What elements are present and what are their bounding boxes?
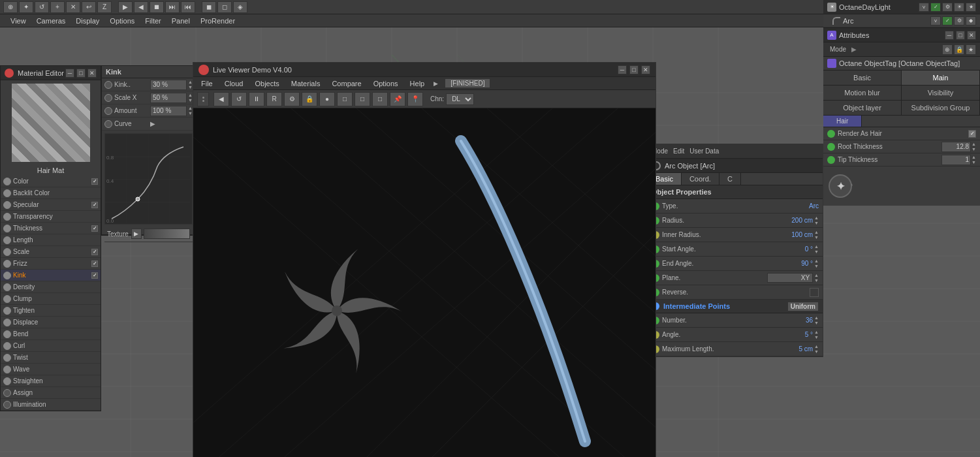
prop-illumination[interactable]: Illumination [1,399,101,411]
mode-btn-mode[interactable]: Mode [827,44,849,54]
prop-backlit[interactable]: Backlit Color [1,187,101,199]
toolbar-btn-10[interactable]: ⏹ [150,1,164,13]
lv-tool-refresh[interactable]: ↺ [231,92,247,106]
lv-close-btn[interactable]: ✕ [641,65,650,74]
prop-scale[interactable]: Scale ✓ [1,246,101,258]
prop-check-frizz[interactable]: ✓ [91,260,98,267]
attr-up-tip-thickness[interactable]: ▲ [972,155,976,160]
arc-up-radius[interactable]: ▲ [814,215,819,221]
prop-kink[interactable]: Kink ✓ [1,270,101,281]
toolbar-btn-2[interactable]: ✦ [19,1,33,13]
prop-bend[interactable]: Bend [1,328,101,340]
live-viewer-canvas[interactable] [193,108,656,457]
menu-view[interactable]: View [5,16,31,26]
prop-frizz[interactable]: Frizz ✓ [1,258,101,270]
arc-down-inner-radius[interactable]: ▼ [814,235,819,240]
prop-transparency[interactable]: Transparency [1,211,101,223]
arc-value-radius[interactable]: 200 cm ▲ ▼ [773,215,819,226]
toolbar-btn-9[interactable]: ◀ [134,1,148,13]
oct-btn-check[interactable]: ✓ [930,3,941,12]
attr-down-root-thickness[interactable]: ▼ [972,147,976,152]
kink-param-curve[interactable]: Curve ▶ [102,118,195,131]
arc-check-reverse[interactable] [810,288,819,297]
arc-tab-coord[interactable]: Coord. [682,173,719,185]
lv-tool-pause[interactable]: ⏸ [249,92,264,106]
lv-tool-lock[interactable]: 🔒 [302,92,317,106]
lv-menu-objects[interactable]: Objects [249,78,284,89]
menu-options[interactable]: Options [104,16,140,26]
maximize-btn[interactable]: □ [76,69,86,78]
lv-menu-materials[interactable]: Materials [286,78,326,89]
arc-value-reverse[interactable] [773,288,819,297]
lv-menu-cloud[interactable]: Cloud [219,78,249,89]
menu-filter[interactable]: Filter [140,16,166,26]
kink-down-scalex[interactable]: ▼ [188,98,193,103]
tab-object-layer[interactable]: Object layer [823,101,902,115]
kink-down-amount[interactable]: ▼ [188,111,193,116]
tab-basic[interactable]: Basic [823,71,902,85]
toolbar-btn-4[interactable]: + [50,1,65,13]
arc-down-radius[interactable]: ▼ [814,221,819,226]
toolbar-btn-13[interactable]: ◼ [202,1,216,13]
kink-down-kink[interactable]: ▼ [188,85,193,90]
toolbar-btn-3[interactable]: ↺ [35,1,49,13]
kink-param-kink[interactable]: Kink.. 30 % ▲ ▼ [102,78,195,91]
tab-visibility[interactable]: Visibility [902,86,980,100]
arc-value-end-angle[interactable]: 90 ° ▲ ▼ [773,259,819,269]
lv-tool-circle[interactable]: ● [319,92,335,106]
toolbar-btn-14[interactable]: ◻ [217,1,232,13]
texture-toggle-btn[interactable]: ▶ [131,228,142,239]
lv-tool-r[interactable]: R [266,92,282,106]
arc-btn-gear[interactable]: ⚙ [954,16,964,25]
kink-value-scalex[interactable]: 50 % [150,93,187,103]
lv-tool-sq1[interactable]: □ [337,92,353,106]
arc-up-inner-radius[interactable]: ▲ [814,230,819,235]
prop-straighten[interactable]: Straighten [1,375,101,387]
arc-btn-check[interactable]: ✓ [942,16,953,25]
toolbar-btn-7[interactable]: Z [97,1,112,13]
attr-maximize-btn[interactable]: □ [956,31,965,40]
arc-down-plane[interactable]: ▼ [814,278,819,283]
arc-value-plane[interactable]: XY ▲ ▼ [767,273,819,283]
toolbar-btn-6[interactable]: ↩ [82,1,96,13]
toolbar-btn-11[interactable]: ⏭ [165,1,180,13]
lv-tool-sq2[interactable]: □ [355,92,370,106]
lv-menu-compare[interactable]: Compare [326,78,366,89]
oct-btn-gear[interactable]: ⚙ [942,3,953,12]
arc-value-inner-radius[interactable]: 100 cm ▲ ▼ [773,230,819,240]
toolbar-btn-1[interactable]: ⊕ [3,1,18,13]
tab-motion-blur[interactable]: Motion blur [823,86,902,100]
kink-up-kink[interactable]: ▲ [188,80,193,85]
lv-menu-file[interactable]: File [196,78,218,89]
arc-up-number[interactable]: ▲ [814,315,819,321]
toolbar-btn-12[interactable]: ⏮ [181,1,195,13]
arc-value-type[interactable]: Arc [773,202,819,210]
attr-up-root-thickness[interactable]: ▲ [972,142,976,147]
prop-assign[interactable]: Assign [1,387,101,399]
prop-check-kink[interactable]: ✓ [91,272,98,279]
attr-close-btn[interactable]: ✕ [967,31,976,40]
lv-maximize-btn[interactable]: □ [629,65,639,74]
prop-twist[interactable]: Twist [1,352,101,364]
oct-btn-1[interactable]: v [919,3,929,12]
kink-value-kink[interactable]: 30 % [150,80,187,90]
toolbar-btn-5[interactable]: ✕ [66,1,80,13]
prop-wave[interactable]: Wave [1,364,101,375]
kink-param-scalex[interactable]: Scale X 50 % ▲ ▼ [102,91,195,104]
attr-check-render-as-hair[interactable]: ✓ [968,130,976,138]
attr-minimize-btn[interactable]: ─ [945,31,954,40]
prop-check-specular[interactable]: ✓ [91,202,98,208]
arc-value-start-angle[interactable]: 0 ° ▲ ▼ [773,244,819,255]
lv-tool-pin1[interactable]: 📌 [390,92,405,106]
arc-up-max-length[interactable]: ▲ [814,344,819,349]
prop-color[interactable]: Color ✓ [1,176,101,187]
prop-specular[interactable]: Specular ✓ [1,199,101,211]
prop-check-scale[interactable]: ✓ [91,249,98,255]
arc-btn-1[interactable]: v [930,16,941,25]
kink-up-scalex[interactable]: ▲ [188,93,193,98]
arc-tab-c[interactable]: C [719,173,741,185]
lv-tool-settings[interactable]: ⚙ [284,92,300,106]
intermediate-type-value[interactable]: Uniform [787,302,819,311]
attr-stepper-root-thickness[interactable]: ▲ ▼ [941,142,976,152]
attr-input-tip-thickness[interactable] [941,155,971,165]
